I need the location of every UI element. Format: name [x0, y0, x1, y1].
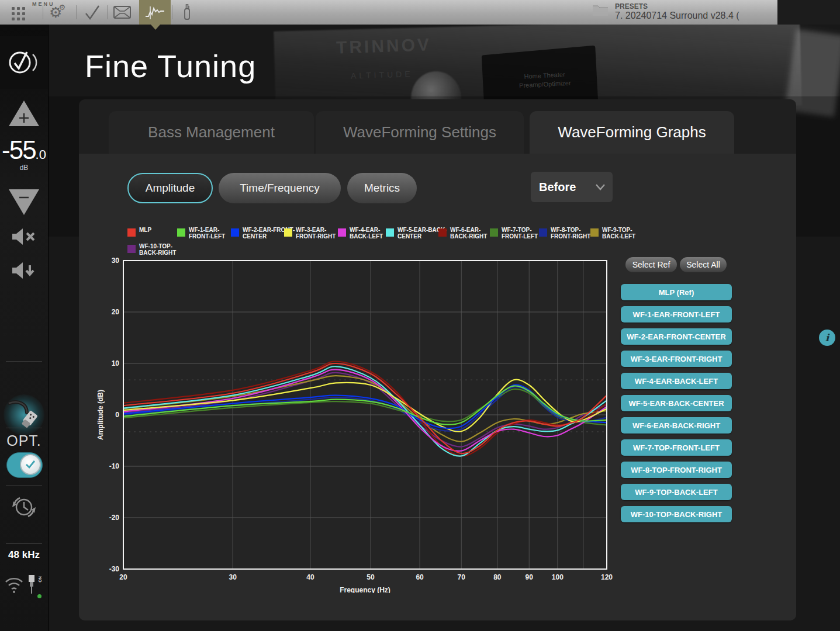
legend-label: WF-8-TOP-FRONT-RIGHT: [551, 227, 590, 240]
legend-swatch: [438, 228, 447, 237]
subtab-metrics[interactable]: Metrics: [347, 173, 417, 203]
toolbar-end-cap: [777, 0, 840, 25]
legend-item: WF-6-EAR-BACK-RIGHT: [438, 227, 487, 240]
trinnov-logo[interactable]: [0, 36, 48, 89]
legend-label: WF-9-TOP-BACK-LEFT: [602, 227, 635, 240]
calibration-mic-icon[interactable]: [177, 4, 197, 21]
legend-item: MLP: [127, 227, 151, 237]
axis-tick-label: 0: [115, 411, 119, 419]
subtab-amplitude[interactable]: Amplitude: [127, 173, 213, 203]
legend-swatch: [539, 228, 547, 237]
sidebar-divider: [6, 361, 42, 362]
waveform-graph-icon[interactable]: [145, 4, 165, 21]
toolbar-separator: [107, 5, 108, 19]
legend-swatch: [590, 228, 599, 237]
axis-tick-label: -20: [109, 514, 120, 522]
channel-button[interactable]: WF-9-TOP-BACK-LEFT: [621, 484, 732, 500]
before-after-dropdown[interactable]: Before: [531, 172, 613, 202]
legend-swatch: [284, 228, 292, 237]
chevron-down-icon: [595, 183, 606, 190]
legend-swatch: [490, 228, 498, 237]
info-button[interactable]: i: [819, 330, 835, 346]
axis-tick-label: Frequency (Hz): [340, 586, 390, 593]
select-ref-button[interactable]: Select Ref: [625, 257, 677, 272]
xlr-connector-icon[interactable]: [7, 398, 41, 434]
network-status-label: ON: [38, 576, 42, 583]
axis-tick-label: 30: [112, 256, 120, 265]
toolbar-separator: [172, 5, 172, 19]
subtab-time-frequency[interactable]: Time/Frequency: [219, 173, 341, 203]
channel-button[interactable]: WF-7-TOP-FRONT-LEFT: [621, 439, 732, 456]
network-status-led: [37, 594, 42, 598]
axis-tick-label: 20: [119, 573, 127, 581]
channel-button[interactable]: WF-5-EAR-BACK-CENTER: [621, 395, 732, 411]
optimizer-toggle[interactable]: [6, 452, 43, 478]
axis-tick-label: 20: [112, 308, 120, 316]
legend-item: WF-4-EAR-BACK-LEFT: [338, 227, 383, 240]
tab-waveforming-graphs[interactable]: WaveForming Graphs: [530, 111, 734, 154]
calibration-check-icon[interactable]: [82, 4, 102, 21]
axis-tick-label: -30: [109, 565, 120, 573]
axis-tick-label: 40: [306, 573, 314, 581]
channel-button[interactable]: WF-3-EAR-FRONT-RIGHT: [621, 351, 732, 367]
legend-swatch: [177, 228, 185, 237]
folder-icon: [592, 2, 609, 18]
volume-unit-label: dB: [0, 164, 48, 172]
volume-up-button[interactable]: [8, 99, 40, 127]
page-title: Fine Tuning: [85, 48, 256, 84]
tab-waveforming-settings[interactable]: WaveForming Settings: [316, 111, 524, 154]
clock-sync-icon[interactable]: [10, 493, 38, 523]
axis-tick-label: 60: [416, 573, 424, 581]
presets-block[interactable]: PRESETS 7. 20240714 Surround v28.4 (: [592, 2, 739, 20]
optimizer-label: OPT.: [0, 432, 48, 449]
volume-down-button[interactable]: [8, 188, 40, 216]
network-plug-icon[interactable]: [26, 574, 37, 598]
axis-tick-label: Amplitude (dB): [96, 390, 105, 440]
active-tool-pointer: [151, 25, 160, 30]
channel-button[interactable]: WF-10-TOP-BACK-RIGHT: [621, 506, 732, 522]
legend-label: MLP: [139, 227, 151, 233]
legend-label: WF-3-EAR-FRONT-RIGHT: [296, 227, 336, 240]
legend-item: WF-3-EAR-FRONT-RIGHT: [284, 227, 336, 240]
preset-current-value: 7. 20240714 Surround v28.4 (: [615, 11, 739, 20]
top-toolbar: MENU ⚙⚙ PRESETS 7. 20240714 Surround v28…: [0, 0, 777, 25]
presets-label: PRESETS: [615, 2, 739, 11]
toolbar-separator: [43, 5, 43, 19]
channel-button[interactable]: WF-8-TOP-FRONT-RIGHT: [621, 462, 732, 478]
legend-swatch: [338, 228, 346, 237]
legend-swatch: [127, 228, 136, 237]
left-sidebar: -55.0 dB OPT.: [0, 25, 49, 631]
wifi-icon[interactable]: [4, 576, 25, 596]
dropdown-value: Before: [539, 181, 576, 194]
room-layout-icon[interactable]: [112, 4, 132, 21]
channel-button[interactable]: WF-2-EAR-FRONT-CENTER: [621, 328, 732, 345]
device-brand-text: TRINNOV: [336, 34, 431, 58]
channel-button[interactable]: WF-1-EAR-FRONT-LEFT: [621, 306, 732, 323]
mute-button[interactable]: [11, 227, 37, 249]
channel-button-list: MLP (Ref)WF-1-EAR-FRONT-LEFTWF-2-EAR-FRO…: [621, 284, 732, 522]
channel-button[interactable]: MLP (Ref): [621, 284, 732, 300]
axis-tick-label: 80: [493, 573, 502, 581]
device-model-text: ALTITUDE: [351, 69, 413, 81]
channel-button[interactable]: WF-6-EAR-BACK-RIGHT: [621, 417, 732, 434]
channel-button[interactable]: WF-4-EAR-BACK-LEFT: [621, 373, 732, 389]
legend-label: WF-1-EAR-FRONT-LEFT: [189, 227, 225, 240]
tab-bass-management[interactable]: Bass Management: [109, 111, 314, 154]
app-window: TRINNOV ALTITUDE Home Theater Preamp/Opt…: [0, 0, 840, 631]
dim-button[interactable]: [11, 261, 37, 283]
toolbar-separator: [76, 5, 77, 19]
axis-tick-label: 70: [458, 573, 466, 581]
legend-item: WF-9-TOP-BACK-LEFT: [590, 227, 635, 240]
axis-tick-label: 90: [526, 573, 534, 581]
legend-item: WF-7-TOP-FRONT-LEFT: [490, 227, 538, 240]
select-all-button[interactable]: Select All: [680, 257, 727, 272]
axis-tick-label: 30: [229, 573, 237, 581]
menu-grid-icon[interactable]: [12, 7, 25, 20]
legend-swatch: [231, 228, 239, 237]
settings-gear-icon[interactable]: ⚙⚙: [49, 4, 69, 21]
volume-level: -55.0: [0, 136, 48, 165]
legend-label: WF-4-EAR-BACK-LEFT: [350, 227, 383, 240]
sample-rate-label: 48 kHz: [0, 549, 48, 561]
sidebar-divider: [6, 428, 42, 428]
axis-tick-label: 100: [552, 573, 564, 581]
